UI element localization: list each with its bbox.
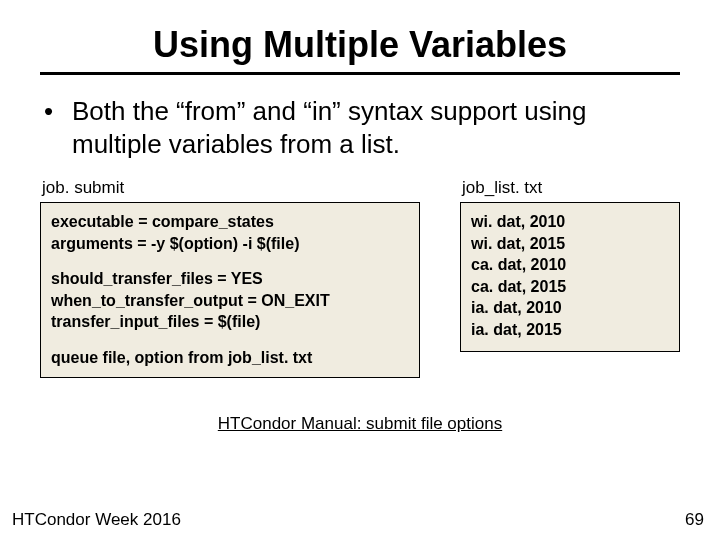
code-line: should_transfer_files = YES: [51, 268, 409, 290]
columns: job. submit executable = compare_states …: [40, 178, 680, 378]
data-line: wi. dat, 2015: [471, 233, 669, 255]
list-file-box: wi. dat, 2010 wi. dat, 2015 ca. dat, 201…: [460, 202, 680, 352]
slide: Using Multiple Variables Both the “from”…: [0, 0, 720, 540]
data-line: ia. dat, 2015: [471, 319, 669, 341]
right-box-label: job_list. txt: [462, 178, 680, 198]
code-line: queue file, option from job_list. txt: [51, 347, 409, 369]
data-line: ia. dat, 2010: [471, 297, 669, 319]
data-line: wi. dat, 2010: [471, 211, 669, 233]
code-line: executable = compare_states: [51, 211, 409, 233]
footer-left: HTCondor Week 2016: [12, 510, 181, 530]
right-column: job_list. txt wi. dat, 2010 wi. dat, 201…: [460, 178, 680, 352]
submit-file-box: executable = compare_states arguments = …: [40, 202, 420, 378]
manual-link[interactable]: HTCondor Manual: submit file options: [218, 414, 502, 433]
data-line: ca. dat, 2010: [471, 254, 669, 276]
code-line: arguments = -y $(option) -i $(file): [51, 233, 409, 255]
blank-line: [51, 254, 409, 268]
manual-link-row: HTCondor Manual: submit file options: [40, 414, 680, 434]
left-column: job. submit executable = compare_states …: [40, 178, 420, 378]
data-line: ca. dat, 2015: [471, 276, 669, 298]
blank-line: [51, 333, 409, 347]
bullet-text: Both the “from” and “in” syntax support …: [40, 95, 680, 160]
code-line: when_to_transfer_output = ON_EXIT: [51, 290, 409, 312]
page-number: 69: [685, 510, 704, 530]
left-box-label: job. submit: [42, 178, 420, 198]
slide-title: Using Multiple Variables: [40, 24, 680, 66]
title-rule: [40, 72, 680, 75]
code-line: transfer_input_files = $(file): [51, 311, 409, 333]
